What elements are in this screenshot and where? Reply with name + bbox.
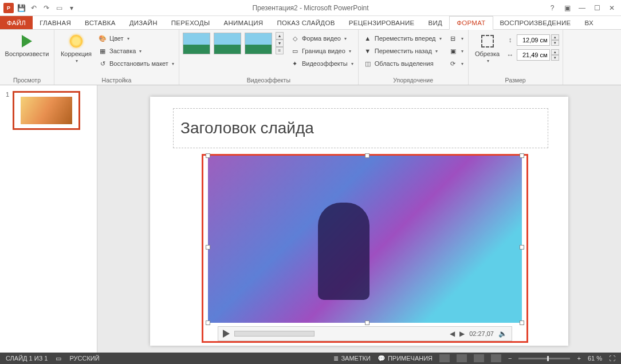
height-input[interactable] [517,34,550,46]
resize-handle[interactable] [520,245,524,250]
window-title: Презентация2 - Microsoft PowerPoint [252,4,368,12]
tab-insert[interactable]: ВСТАВКА [78,16,123,29]
title-placeholder[interactable]: Заголовок слайда [173,108,548,148]
video-object-selected[interactable]: ◀ ▶ 02:27,07 🔈 [202,154,528,343]
step-forward-button[interactable]: ▶ [459,330,465,338]
minimize-button[interactable]: — [575,2,589,14]
save-icon[interactable]: 💾 [16,3,26,13]
spin-up-icon[interactable]: ▴ [551,34,559,40]
video-shape-button[interactable]: ◇Форма видео▾ [289,32,355,45]
slide-editor[interactable]: Заголовок слайда ◀ [97,85,621,353]
reset-design-button[interactable]: ↺Восстановить макет▾ [97,57,175,70]
resize-handle[interactable] [365,321,370,325]
play-button[interactable]: Воспроизвести [3,32,50,58]
tab-transitions[interactable]: ПЕРЕХОДЫ [164,16,217,29]
zoom-out-button[interactable]: − [508,355,512,362]
thumbnail-number: 1 [6,91,9,130]
sun-icon [68,33,84,49]
spin-down-icon[interactable]: ▾ [551,55,559,61]
tab-home[interactable]: ГЛАВНАЯ [33,16,78,29]
spellcheck-icon[interactable]: ▭ [56,355,61,362]
style-preset-1[interactable] [183,33,210,54]
fit-to-window-button[interactable]: ⛶ [609,355,615,362]
normal-view-button[interactable] [439,354,450,362]
selection-pane-button[interactable]: ◫Область выделения [362,57,443,70]
sorter-view-button[interactable] [457,354,467,362]
poster-frame-button[interactable]: ▦Заставка▾ [97,45,175,57]
color-button[interactable]: 🎨Цвет▾ [97,32,175,45]
slideshow-view-button[interactable] [491,354,501,362]
style-preset-2[interactable] [214,33,241,54]
video-content[interactable] [208,156,522,323]
group-button[interactable]: ▣▾ [447,45,465,57]
thumbnail-media-preview [21,97,72,124]
resize-handle[interactable] [520,321,524,325]
corrections-label: Коррекция [61,50,92,57]
tab-playback[interactable]: ВОСПРОИЗВЕДЕНИЕ [493,16,578,29]
step-back-button[interactable]: ◀ [450,330,455,338]
redo-icon[interactable]: ↷ [41,3,52,13]
tab-file[interactable]: ФАЙЛ [0,16,33,29]
tab-slideshow[interactable]: ПОКАЗ СЛАЙДОВ [270,16,341,29]
slide-counter[interactable]: СЛАЙД 1 ИЗ 1 [6,355,48,362]
volume-icon[interactable]: 🔈 [498,330,507,338]
group-arrange: ▲Переместить вперед▾ ▼Переместить назад▾… [359,30,469,85]
zoom-in-button[interactable]: + [577,355,580,362]
send-backward-button[interactable]: ▼Переместить назад▾ [362,45,443,57]
help-icon[interactable]: ? [545,2,559,14]
notes-button[interactable]: ≣ЗАМЕТКИ [333,355,371,362]
gallery-down-icon[interactable]: ▾ [276,39,284,47]
zoom-level[interactable]: 61 % [588,355,602,362]
resize-handle[interactable] [206,321,210,325]
tab-review[interactable]: РЕЦЕНЗИРОВАНИЕ [342,16,422,29]
resize-handle[interactable] [206,245,210,250]
close-button[interactable]: ✕ [605,2,619,14]
bring-forward-button[interactable]: ▲Переместить вперед▾ [362,32,443,45]
slide-canvas[interactable]: Заголовок слайда ◀ [150,97,568,346]
group-adjust-label: Настройка [58,76,175,85]
resize-handle[interactable] [365,153,370,158]
ribbon-options-icon[interactable]: ▣ [560,2,574,14]
thumbnail-item[interactable]: 1 [0,91,97,130]
crop-icon [479,33,496,49]
height-spinner[interactable]: ↕ ▴▾ [505,34,559,46]
forward-icon: ▲ [363,34,372,43]
tab-format[interactable]: ФОРМАТ [449,16,493,30]
video-effects-button[interactable]: ✦Видеоэффекты▾ [289,57,355,70]
maximize-button[interactable]: ☐ [590,2,604,14]
corrections-button[interactable]: Коррекция ▾ [58,32,95,65]
width-spinner[interactable]: ↔ ▴▾ [505,49,559,61]
comments-button[interactable]: 💬ПРИМЕЧАНИЯ [378,355,433,362]
group-icon: ▣ [449,46,458,56]
group-video-styles: ▴ ▾ ≡ ◇Форма видео▾ ▭Граница видео▾ ✦Вид… [179,30,359,85]
media-seek-track[interactable] [234,331,315,337]
gallery-more-icon[interactable]: ≡ [276,47,284,54]
start-from-beginning-icon[interactable]: ▭ [54,3,64,13]
resize-handle[interactable] [520,153,524,158]
tab-animations[interactable]: АНИМАЦИЯ [217,16,270,29]
tab-view[interactable]: ВИД [422,16,450,29]
undo-icon[interactable]: ↶ [29,3,39,13]
spin-down-icon[interactable]: ▾ [551,40,559,46]
slide-thumbnail[interactable] [13,91,80,130]
group-preview: Воспроизвести Просмотр [0,30,54,85]
width-input[interactable] [517,49,550,61]
gallery-up-icon[interactable]: ▴ [276,32,284,39]
align-button[interactable]: ⊟▾ [447,32,465,45]
app-icon[interactable]: P [3,3,14,13]
rotate-button[interactable]: ⟳▾ [447,57,465,70]
reading-view-button[interactable] [474,354,484,362]
video-border-button[interactable]: ▭Граница видео▾ [289,45,355,57]
spin-up-icon[interactable]: ▴ [551,49,559,55]
resize-handle[interactable] [206,153,210,158]
crop-button[interactable]: Обрезка ▾ [472,32,503,65]
tab-design[interactable]: ДИЗАЙН [123,16,164,29]
media-play-button[interactable] [223,330,230,338]
style-preset-3[interactable] [245,33,272,54]
tab-overflow[interactable]: Вх [577,16,600,29]
qat-customize-icon[interactable]: ▾ [66,3,77,13]
video-performer-silhouette [318,203,370,300]
slide-thumbnail-panel[interactable]: 1 [0,85,97,353]
language-indicator[interactable]: РУССКИЙ [69,355,99,362]
zoom-slider[interactable] [518,358,570,359]
